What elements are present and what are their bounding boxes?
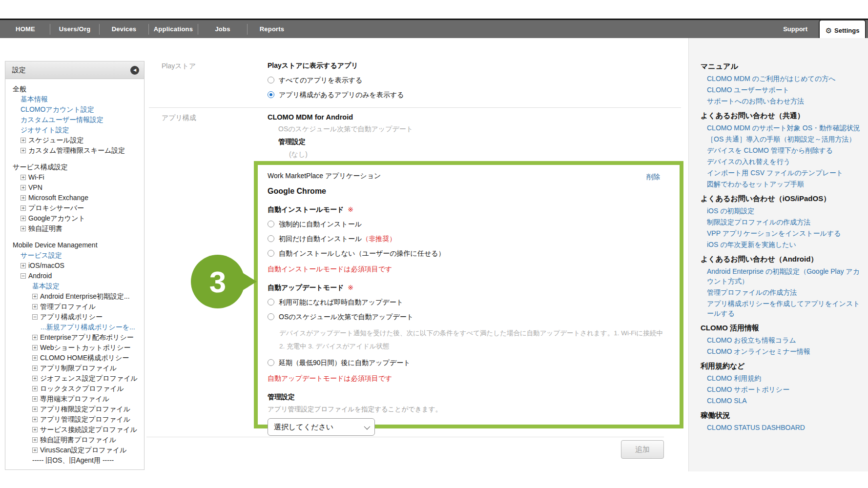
tree-expand-icon[interactable]: + <box>21 138 26 143</box>
sidebar-item[interactable]: +独自証明書プロファイル <box>5 435 142 445</box>
sidebar-item[interactable]: +専用端末プロファイル <box>5 394 142 404</box>
tree-expand-icon[interactable]: + <box>21 148 26 153</box>
radio-unselected-icon[interactable] <box>268 313 274 320</box>
radio-unselected-icon[interactable] <box>268 250 274 257</box>
tree-expand-icon[interactable]: + <box>32 304 38 309</box>
help-link[interactable]: 制限設定プロファイルの作成方法 <box>707 217 860 227</box>
sidebar-link[interactable]: 基本設定 <box>5 281 142 291</box>
tree-expand-icon[interactable]: + <box>32 335 38 340</box>
radio-unselected-icon[interactable] <box>268 77 274 83</box>
sidebar-link[interactable]: カスタムユーザー情報設定 <box>5 115 142 124</box>
tree-collapse-icon[interactable]: − <box>21 273 26 279</box>
help-link[interactable]: Android Enterprise の初期設定（Google Play アカウ… <box>707 266 860 286</box>
sidebar-link[interactable]: サービス設定 <box>5 250 142 260</box>
playstore-option[interactable]: アプリ構成があるアプリのみを表示する <box>268 91 404 100</box>
nav-item-jobs[interactable]: Jobs <box>198 25 247 33</box>
sidebar-item[interactable]: +管理プロファイル <box>5 302 142 311</box>
sidebar-item[interactable]: +ロックタスクプロファイル <box>5 384 142 393</box>
sidebar-item[interactable]: +Googleアカウント <box>5 213 142 223</box>
sidebar-item[interactable]: +Enterpriseアプリ配布ポリシー <box>5 332 142 342</box>
sidebar-item[interactable]: +カスタム管理権限スキーム設定 <box>5 145 142 155</box>
nav-item-applications[interactable]: Applications <box>149 25 198 33</box>
sidebar-item[interactable]: −Android <box>5 271 142 281</box>
radio-unselected-icon[interactable] <box>268 221 274 227</box>
help-link[interactable]: iOS の年次更新を実施したい <box>707 240 860 249</box>
tree-expand-icon[interactable]: + <box>32 396 38 402</box>
help-link[interactable]: CLOMO サポートポリシー <box>707 385 860 394</box>
update-mode-option[interactable]: OSのスケジュール次第で自動アップデート <box>268 313 670 322</box>
update-mode-option[interactable]: 利用可能になれば即時自動アップデート <box>268 298 670 307</box>
radio-unselected-icon[interactable] <box>268 359 274 366</box>
help-link[interactable]: iOS の初期設定 <box>707 206 860 216</box>
help-link[interactable]: インポート用 CSV ファイルのテンプレート <box>707 168 860 178</box>
install-mode-option[interactable]: 自動インストールしない（ユーザーの操作に任せる） <box>268 249 670 258</box>
tree-expand-icon[interactable]: + <box>21 226 26 231</box>
sidebar-link[interactable]: 基本情報 <box>5 94 142 104</box>
radio-selected-icon[interactable] <box>268 91 274 98</box>
sidebar-item[interactable]: +CLOMO HOME構成ポリシー <box>5 353 142 363</box>
sidebar-item[interactable]: +iOS/macOS <box>5 261 142 270</box>
tree-expand-icon[interactable]: + <box>21 205 26 211</box>
sidebar-item[interactable]: −アプリ構成ポリシー <box>5 312 142 322</box>
help-link[interactable]: デバイスの入れ替えを行う <box>707 157 860 166</box>
install-mode-option[interactable]: 初回だけ自動インストール（非推奨） <box>268 235 670 244</box>
tree-expand-icon[interactable]: + <box>21 216 26 221</box>
sidebar-item[interactable]: +プロキシサーバー <box>5 203 142 213</box>
tree-expand-icon[interactable]: + <box>32 417 38 422</box>
tree-expand-icon[interactable]: + <box>21 195 26 201</box>
nav-support[interactable]: Support <box>783 20 807 38</box>
sidebar-item[interactable]: +VPN <box>5 183 142 192</box>
help-link[interactable]: サポートへのお問い合わせ方法 <box>707 96 860 106</box>
sidebar-link[interactable]: ...新規アプリ構成ポリシーを... <box>5 322 142 332</box>
help-link[interactable]: CLOMO お役立ち情報コラム <box>707 335 860 345</box>
tree-expand-icon[interactable]: + <box>32 427 38 432</box>
radio-unselected-icon[interactable] <box>268 299 274 305</box>
tree-expand-icon[interactable]: + <box>21 175 26 180</box>
sidebar-item[interactable]: +Android Enterprise初期設定... <box>5 291 142 301</box>
help-link[interactable]: 図解でわかるセットアップ手順 <box>707 179 860 189</box>
tree-expand-icon[interactable]: + <box>21 185 26 190</box>
sidebar-item[interactable]: +サービス接続設定プロファイル <box>5 425 142 434</box>
sidebar-collapse-button[interactable]: ◀ <box>130 66 139 75</box>
tree-expand-icon[interactable]: + <box>32 355 38 361</box>
help-link[interactable]: VPP アプリケーションをインストールする <box>707 228 860 238</box>
help-link[interactable]: アプリ構成ポリシーを作成してアプリをインストールする <box>707 299 860 318</box>
nav-item-home[interactable]: HOME <box>1 25 50 33</box>
radio-unselected-icon[interactable] <box>268 235 274 242</box>
tree-expand-icon[interactable]: + <box>21 263 26 268</box>
help-link[interactable]: CLOMO STATUS DASHBOARD <box>707 423 860 432</box>
sidebar-item[interactable]: +アプリ管理設定プロファイル <box>5 414 142 424</box>
update-mode-option[interactable]: 延期（最低90日間）後に自動アップデート <box>268 359 670 367</box>
tree-expand-icon[interactable]: + <box>32 407 38 412</box>
sidebar-item[interactable]: +Wi-Fi <box>5 172 142 182</box>
tree-expand-icon[interactable]: + <box>32 366 38 371</box>
sidebar-link[interactable]: ジオサイト設定 <box>5 125 142 135</box>
delete-link[interactable]: 削除 <box>646 173 660 182</box>
nav-item-devices[interactable]: Devices <box>100 25 148 33</box>
help-link[interactable]: CLOMO ユーザーサポート <box>707 85 860 95</box>
sidebar-item[interactable]: +アプリ制限プロファイル <box>5 363 142 373</box>
nav-item-reports[interactable]: Reports <box>248 25 296 33</box>
install-mode-option[interactable]: 強制的に自動インストール <box>268 220 670 229</box>
sidebar-item[interactable]: +スケジュール設定 <box>5 135 142 145</box>
tree-collapse-icon[interactable]: − <box>32 314 38 320</box>
help-link[interactable]: CLOMO MDM のサポート対象 OS・動作確認状況 <box>707 123 860 133</box>
tree-expand-icon[interactable]: + <box>32 386 38 391</box>
help-link[interactable]: CLOMO 利用規約 <box>707 373 860 383</box>
playstore-option[interactable]: すべてのアプリを表示する <box>268 76 404 85</box>
sidebar-item[interactable]: +アプリ権限設定プロファイル <box>5 404 142 414</box>
tree-expand-icon[interactable]: + <box>32 294 38 299</box>
help-link[interactable]: 管理プロファイルの作成方法 <box>707 287 860 297</box>
help-link[interactable]: CLOMO オンラインセミナー情報 <box>707 346 860 356</box>
add-button[interactable]: 追加 <box>621 440 664 459</box>
nav-item-users-org[interactable]: Users/Org <box>50 25 99 33</box>
tree-expand-icon[interactable]: + <box>32 437 38 443</box>
help-link[interactable]: デバイスを CLOMO 管理下から削除する <box>707 145 860 155</box>
profile-select[interactable]: 選択してください <box>268 418 375 436</box>
sidebar-item[interactable]: +Webショートカットポリシー <box>5 343 142 352</box>
sidebar-item[interactable]: +独自証明書 <box>5 224 142 233</box>
sidebar-link[interactable]: CLOMOアカウント設定 <box>5 104 142 114</box>
sidebar-item[interactable]: +Microsoft Exchange <box>5 193 142 203</box>
help-link[interactable]: CLOMO SLA <box>707 396 860 406</box>
tree-expand-icon[interactable]: + <box>32 447 38 453</box>
